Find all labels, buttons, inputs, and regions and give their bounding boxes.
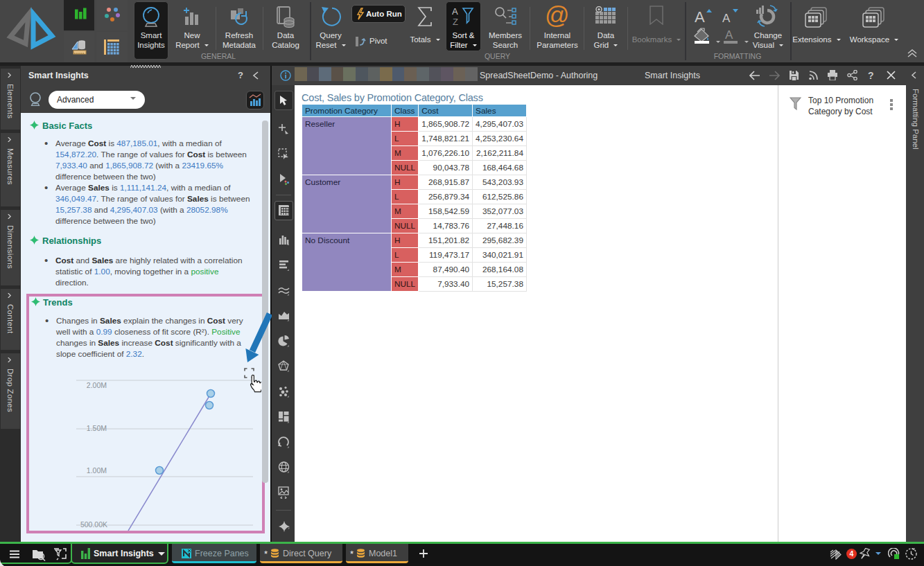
svg-text:A: A (722, 12, 731, 24)
svg-text:1.00M: 1.00M (87, 466, 107, 475)
svg-text:Z: Z (453, 17, 458, 27)
svg-text:A: A (725, 28, 733, 42)
svg-text:1.50M: 1.50M (87, 424, 107, 432)
svg-text:2.00M: 2.00M (87, 381, 107, 389)
svg-text:A: A (452, 6, 458, 17)
svg-text:500.00K: 500.00K (80, 520, 107, 529)
svg-text:A: A (695, 8, 705, 24)
